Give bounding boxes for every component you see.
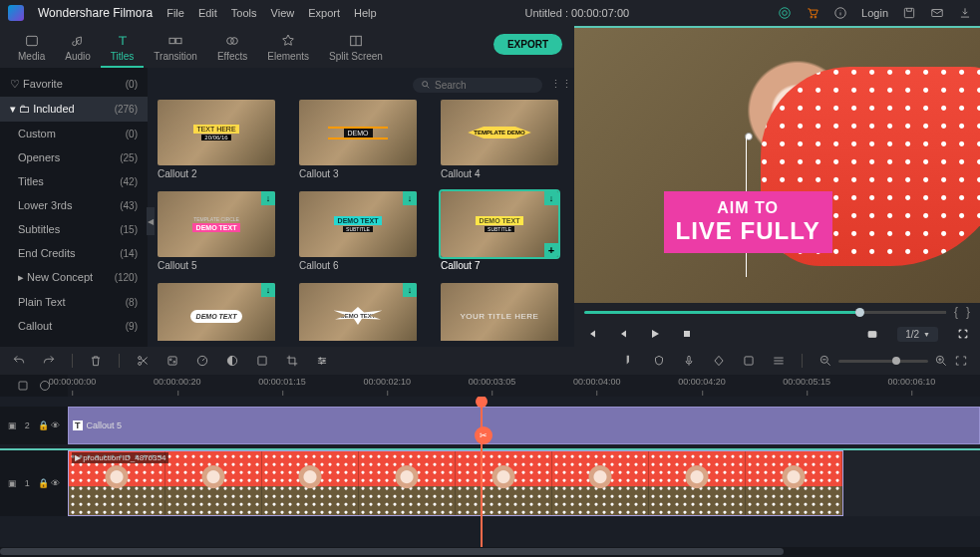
menu-view[interactable]: View: [271, 7, 295, 19]
mail-icon[interactable]: [930, 6, 944, 20]
download-badge-icon[interactable]: ↓: [544, 191, 558, 205]
menu-file[interactable]: File: [166, 7, 184, 19]
edit-button[interactable]: [165, 354, 179, 368]
asset-card-callout-4[interactable]: TEMPLATE DEMOCallout 4: [441, 100, 564, 179]
text-clip[interactable]: T Callout 5: [68, 407, 980, 444]
asset-card-callout-3[interactable]: DEMOCallout 3: [299, 100, 423, 179]
download-icon[interactable]: [958, 6, 972, 20]
menu-help[interactable]: Help: [354, 7, 377, 19]
sidebar-item-callout[interactable]: Callout(9): [0, 314, 148, 338]
sidebar-collapse-button[interactable]: ◀: [147, 207, 155, 235]
tab-elements[interactable]: Elements: [257, 29, 319, 68]
snapshot-button[interactable]: [865, 327, 879, 341]
timeline-scrollbar[interactable]: [0, 547, 980, 557]
tab-audio[interactable]: Audio: [55, 29, 101, 68]
cart-icon[interactable]: [806, 6, 819, 20]
redo-button[interactable]: [42, 354, 56, 368]
keyframe-button[interactable]: [712, 354, 726, 368]
text-track-body[interactable]: T Callout 5: [68, 407, 980, 444]
add-badge-icon[interactable]: +: [544, 243, 558, 257]
menu-edit[interactable]: Edit: [198, 7, 217, 19]
greenscreen-button[interactable]: [255, 354, 269, 368]
delete-button[interactable]: [89, 354, 103, 368]
prev-frame-button[interactable]: [584, 327, 598, 341]
asset-card-callout-6[interactable]: DEMO TEXTSUBTITLE↓Callout 6: [299, 191, 423, 271]
asset-card-callout-7[interactable]: DEMO TEXTSUBTITLE↓+Callout 7: [441, 191, 564, 271]
zoom-slider[interactable]: [838, 360, 928, 363]
zoom-fit-button[interactable]: [954, 354, 968, 368]
video-track-body[interactable]: ▶ production ID_4876354: [68, 450, 980, 516]
zoom-control[interactable]: [818, 354, 968, 368]
asset-card-label: Callout 3: [299, 168, 423, 179]
track-options-button[interactable]: [17, 380, 29, 392]
menu-export[interactable]: Export: [308, 7, 340, 19]
sidebar-item-titles[interactable]: Titles(42): [0, 169, 148, 193]
export-button[interactable]: EXPORT: [493, 34, 562, 55]
asset-card-callout-2[interactable]: TEXT HERE20/06/16Callout 2: [158, 100, 281, 179]
manage-tracks-button[interactable]: [772, 354, 786, 368]
info-icon[interactable]: [833, 6, 847, 20]
play-button[interactable]: [648, 327, 662, 341]
login-button[interactable]: Login: [861, 7, 888, 19]
svg-rect-29: [745, 357, 753, 365]
download-badge-icon[interactable]: ↓: [261, 191, 275, 205]
preview-progress[interactable]: [584, 311, 946, 314]
playhead-split-button[interactable]: ✂: [475, 426, 492, 444]
sidebar-item-openers[interactable]: Openers(25): [0, 145, 148, 169]
playhead[interactable]: [481, 397, 483, 547]
step-back-button[interactable]: [616, 327, 630, 341]
sidebar-item-newconcept[interactable]: ▸ New Concept(120): [0, 265, 148, 290]
preview-title-overlay[interactable]: AIM TO LIVE FULLY: [664, 191, 832, 253]
split-button[interactable]: [136, 354, 150, 368]
sidebar-item-lower3rds[interactable]: Lower 3rds(43): [0, 193, 148, 217]
preview-viewport[interactable]: AIM TO LIVE FULLY: [574, 26, 980, 303]
quality-selector[interactable]: 1/2 ▼: [897, 327, 938, 342]
timeline-ruler[interactable]: 00:00:00:0000:00:00:2000:00:01:1500:00:0…: [68, 375, 980, 397]
zoom-out-button[interactable]: [818, 354, 832, 368]
sidebar-item-plaintext[interactable]: Plain Text(8): [0, 290, 148, 314]
color-button[interactable]: [225, 354, 239, 368]
ruler-tick: 00:00:04:00: [573, 377, 621, 387]
video-clip[interactable]: ▶ production ID_4876354: [68, 450, 843, 516]
voiceover-button[interactable]: [682, 354, 696, 368]
tab-splitscreen[interactable]: Split Screen: [319, 29, 393, 68]
video-track-head[interactable]: ▣ 1 🔒 👁: [0, 450, 68, 516]
sidebar-item-included[interactable]: ▾ 🗀 Included(276): [0, 97, 148, 122]
zoom-in-button[interactable]: [934, 354, 948, 368]
download-badge-icon[interactable]: ↓: [403, 191, 417, 205]
svg-rect-5: [904, 8, 913, 17]
render-button[interactable]: [742, 354, 756, 368]
ruler-tick: 00:00:05:15: [783, 377, 830, 387]
stop-button[interactable]: [680, 327, 694, 341]
save-icon[interactable]: [902, 6, 916, 20]
support-icon[interactable]: [778, 6, 792, 20]
loop-end-icon[interactable]: }: [966, 305, 970, 319]
tab-transition[interactable]: Transition: [144, 29, 207, 68]
marker-button[interactable]: [622, 354, 636, 368]
asset-card-callout-5[interactable]: TEMPLATE CIRCLEDEMO TEXT↓Callout 5: [158, 191, 281, 271]
menu-tools[interactable]: Tools: [231, 7, 257, 19]
sidebar-item-custom[interactable]: Custom(0): [0, 122, 148, 145]
mixer-button[interactable]: [652, 354, 666, 368]
crop-button[interactable]: [285, 354, 299, 368]
download-badge-icon[interactable]: ↓: [261, 283, 275, 297]
tab-effects[interactable]: Effects: [207, 29, 257, 68]
asset-card-default-title[interactable]: YOUR TITLE HEREDefault Title: [441, 283, 564, 341]
download-badge-icon[interactable]: ↓: [403, 283, 417, 297]
text-track-head[interactable]: ▣ 2 🔒 👁: [0, 407, 68, 444]
asset-card-thought-bubble[interactable]: DEMO TEXT↓Thought Bubble: [158, 283, 281, 341]
adjust-button[interactable]: [315, 354, 329, 368]
tab-titles[interactable]: Titles: [101, 29, 145, 68]
sidebar-item-favorite[interactable]: ♡ Favorite(0): [0, 72, 148, 97]
undo-button[interactable]: [12, 354, 26, 368]
tab-media[interactable]: Media: [8, 29, 55, 68]
sidebar-item-subtitles[interactable]: Subtitles(15): [0, 217, 148, 241]
fullscreen-button[interactable]: [956, 327, 970, 341]
search-input[interactable]: [413, 78, 542, 93]
loop-start-icon[interactable]: {: [954, 305, 958, 319]
asset-card-burst[interactable]: DEMO TEXT↓Burst: [299, 283, 423, 341]
speed-button[interactable]: [195, 354, 209, 368]
grid-view-icon[interactable]: ⋮⋮⋮: [550, 78, 564, 92]
timeline-panel: 00:00:00:0000:00:00:2000:00:01:1500:00:0…: [0, 347, 980, 557]
sidebar-item-endcredits[interactable]: End Credits(14): [0, 241, 148, 265]
